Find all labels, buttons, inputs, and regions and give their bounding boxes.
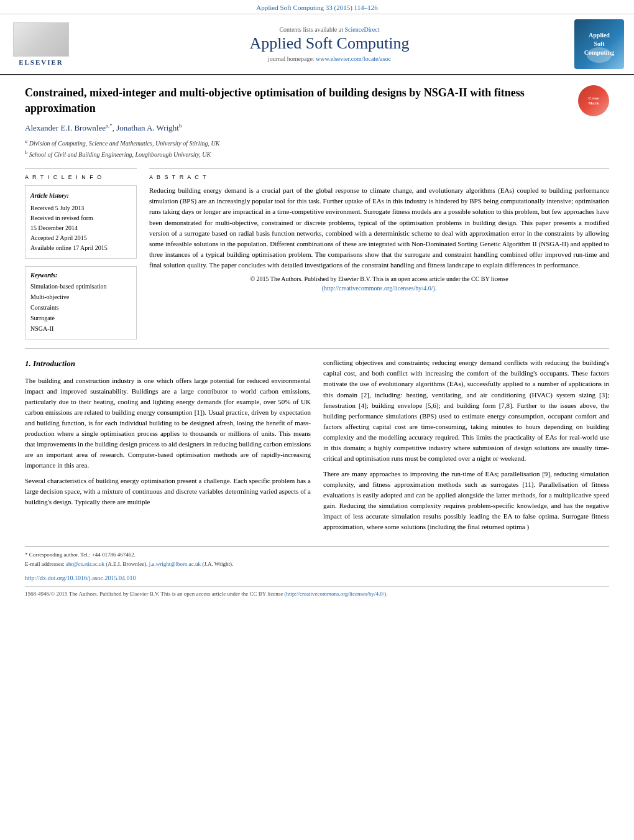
svg-point-4 — [30, 36, 34, 40]
affiliations: a Division of Computing, Science and Mat… — [25, 137, 609, 160]
keywords-box: Keywords: Simulation-based optimisation … — [25, 266, 137, 339]
sciencedirect-link[interactable]: ScienceDirect — [344, 26, 379, 33]
body-text-section: 1. Introduction The building and constru… — [25, 358, 609, 537]
svg-point-1 — [30, 34, 52, 49]
keyword-3: Constraints — [30, 302, 131, 313]
keywords-heading: Keywords: — [30, 272, 131, 279]
elsevier-tree-image — [13, 22, 69, 57]
cc-license-link[interactable]: (http://creativecommons.org/licenses/by/… — [322, 285, 437, 292]
svg-point-3 — [35, 27, 47, 37]
elsevier-logo: ELSEVIER — [10, 22, 72, 66]
authors-line: Alexander E.I. Brownleea,*, Jonathan A. … — [25, 122, 609, 133]
author-2-name: Jonathan A. Wright — [116, 124, 179, 133]
svg-rect-5 — [30, 40, 33, 45]
intro-para-1: The building and construction industry i… — [25, 376, 311, 471]
elsevier-wordmark: ELSEVIER — [19, 58, 63, 66]
article-info-column: A R T I C L E I N F O Article history: R… — [25, 168, 137, 339]
author-1-name: Alexander E.I. Brownlee — [25, 124, 106, 133]
keyword-5: NSGA-II — [30, 323, 131, 334]
journal-name: Applied Soft Computing — [85, 34, 574, 53]
body-column-right: conflicting objectives and constraints; … — [323, 358, 609, 537]
received-revised-label: Received in revised form — [30, 213, 131, 223]
doi-link[interactable]: http://dx.doi.org/10.1016/j.asoc.2015.04… — [25, 575, 609, 581]
corresponding-footnote: * Corresponding author. Tel.: +44 01786 … — [25, 550, 609, 559]
footnotes: * Corresponding author. Tel.: +44 01786 … — [25, 546, 609, 568]
article-title-container: Constrained, mixed-integer and multi-obj… — [25, 85, 609, 116]
article-history-label: Article history: — [30, 191, 131, 201]
abstract-column: A B S T R A C T Reducing building energy… — [149, 168, 609, 339]
intro-para-2: Several characteristics of building ener… — [25, 476, 311, 507]
keyword-2: Multi-objective — [30, 292, 131, 302]
section-separator — [25, 348, 609, 349]
email-footnote: E-mail addresses: abr@cs.stir.ac.uk (A.E… — [25, 560, 609, 568]
svg-point-2 — [32, 30, 50, 43]
abstract-text: Reducing building energy demand is a cru… — [149, 185, 609, 293]
bottom-license-bar: 1568-4946/© 2015 The Authors. Published … — [25, 586, 609, 598]
journal-center-info: Contents lists available at ScienceDirec… — [85, 26, 574, 62]
email-2-link[interactable]: j.a.wright@lboro.ac.uk — [149, 561, 201, 567]
body-column-left: 1. Introduction The building and constru… — [25, 358, 311, 537]
email-1-link[interactable]: abr@cs.stir.ac.uk — [66, 561, 104, 567]
article-info-heading: A R T I C L E I N F O — [25, 174, 137, 180]
available-online: Available online 17 April 2015 — [30, 243, 131, 253]
homepage-line: journal homepage: www.elsevier.com/locat… — [85, 55, 574, 62]
affiliation-a: a Division of Computing, Science and Mat… — [25, 137, 609, 149]
sciencedirect-line: Contents lists available at ScienceDirec… — [85, 26, 574, 33]
abstract-heading: A B S T R A C T — [149, 174, 609, 180]
keyword-4: Surrogate — [30, 313, 131, 323]
intro-para-4: There are many approaches to improving t… — [323, 469, 609, 532]
article-title-text: Constrained, mixed-integer and multi-obj… — [25, 86, 525, 114]
journal-header: ELSEVIER Contents lists available at Sci… — [0, 14, 634, 75]
journal-logo-badge: AppliedSoftComputing — [574, 19, 624, 69]
crossmark-badge: CrossMark — [578, 85, 609, 116]
article-body: Constrained, mixed-integer and multi-obj… — [0, 75, 634, 608]
section-1-title: 1. Introduction — [25, 358, 311, 370]
svg-rect-0 — [39, 44, 43, 53]
intro-para-3: conflicting objectives and constraints; … — [323, 358, 609, 463]
article-info-abstract-section: A R T I C L E I N F O Article history: R… — [25, 168, 609, 339]
revised-date: 15 December 2014 — [30, 223, 131, 233]
cc-license-line: © 2015 The Authors. Published by Elsevie… — [149, 274, 609, 293]
journal-citation: Applied Soft Computing 33 (2015) 114–126 — [0, 0, 634, 14]
article-history-box: Article history: Received 5 July 2013 Re… — [25, 185, 137, 259]
accepted-date: Accepted 2 April 2015 — [30, 233, 131, 243]
keyword-1: Simulation-based optimisation — [30, 281, 131, 292]
received-date: Received 5 July 2013 — [30, 203, 131, 213]
homepage-link[interactable]: www.elsevier.com/locate/asoc — [316, 55, 391, 62]
affiliation-b: b School of Civil and Building Engineeri… — [25, 149, 609, 160]
bottom-cc-link[interactable]: (http://creativecommons.org/licenses/by/… — [284, 591, 387, 597]
